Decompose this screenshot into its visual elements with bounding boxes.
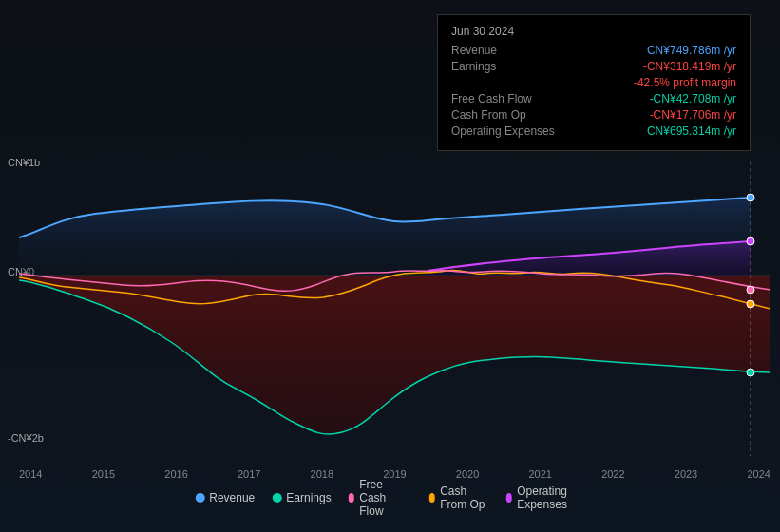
x-label-2014: 2014 xyxy=(19,468,42,480)
fcf-value: -CN¥42.708m /yr xyxy=(650,92,736,105)
profit-margin-row: -42.5% profit margin xyxy=(451,76,736,89)
cashfromop-label: Cash From Op xyxy=(451,108,526,122)
chart-svg xyxy=(19,162,770,456)
legend-earnings[interactable]: Earnings xyxy=(272,491,331,504)
legend-dot-fcf xyxy=(349,493,355,503)
x-label-2016: 2016 xyxy=(164,468,187,480)
opex-label: Operating Expenses xyxy=(451,124,555,138)
legend-opex[interactable]: Operating Expenses xyxy=(506,484,585,511)
chart-legend: Revenue Earnings Free Cash Flow Cash Fro… xyxy=(195,478,585,518)
profit-margin-value: -42.5% profit margin xyxy=(634,76,736,89)
x-label-2023: 2023 xyxy=(675,468,697,480)
x-label-2024: 2024 xyxy=(747,468,770,480)
legend-dot-revenue xyxy=(195,493,204,503)
legend-revenue[interactable]: Revenue xyxy=(195,491,255,504)
svg-point-5 xyxy=(747,286,754,294)
legend-label-earnings: Earnings xyxy=(286,491,331,504)
info-row-fcf: Free Cash Flow -CN¥42.708m /yr xyxy=(451,92,736,105)
info-row-opex: Operating Expenses CN¥695.314m /yr xyxy=(451,124,736,138)
legend-dot-cashfromop xyxy=(429,493,436,503)
cashfromop-value: -CN¥17.706m /yr xyxy=(650,108,736,122)
earnings-value: -CN¥318.419m /yr xyxy=(643,60,736,73)
svg-point-6 xyxy=(747,369,754,376)
x-label-2022: 2022 xyxy=(601,468,624,480)
legend-dot-opex xyxy=(506,493,513,503)
revenue-label: Revenue xyxy=(451,44,497,57)
info-row-earnings: Earnings -CN¥318.419m /yr xyxy=(451,60,736,73)
legend-dot-earnings xyxy=(272,493,281,503)
earnings-label: Earnings xyxy=(451,60,496,73)
svg-point-2 xyxy=(747,194,754,201)
fcf-label: Free Cash Flow xyxy=(451,92,532,105)
legend-cashfromop[interactable]: Cash From Op xyxy=(429,484,489,511)
svg-point-4 xyxy=(747,300,754,308)
info-row-revenue: Revenue CN¥749.786m /yr xyxy=(451,44,736,57)
legend-label-cashfromop: Cash From Op xyxy=(440,484,488,511)
legend-label-revenue: Revenue xyxy=(209,491,255,504)
legend-label-opex: Operating Expenses xyxy=(517,484,585,511)
opex-value: CN¥695.314m /yr xyxy=(647,124,736,138)
svg-point-3 xyxy=(747,238,754,245)
legend-fcf[interactable]: Free Cash Flow xyxy=(349,478,412,518)
chart-container: Jun 30 2024 Revenue CN¥749.786m /yr Earn… xyxy=(0,0,780,532)
x-label-2015: 2015 xyxy=(92,468,115,480)
revenue-value: CN¥749.786m /yr xyxy=(647,44,736,57)
info-box-date: Jun 30 2024 xyxy=(451,25,736,38)
legend-label-fcf: Free Cash Flow xyxy=(359,478,411,518)
info-box: Jun 30 2024 Revenue CN¥749.786m /yr Earn… xyxy=(437,14,751,151)
info-row-cashfromop: Cash From Op -CN¥17.706m /yr xyxy=(451,108,736,122)
